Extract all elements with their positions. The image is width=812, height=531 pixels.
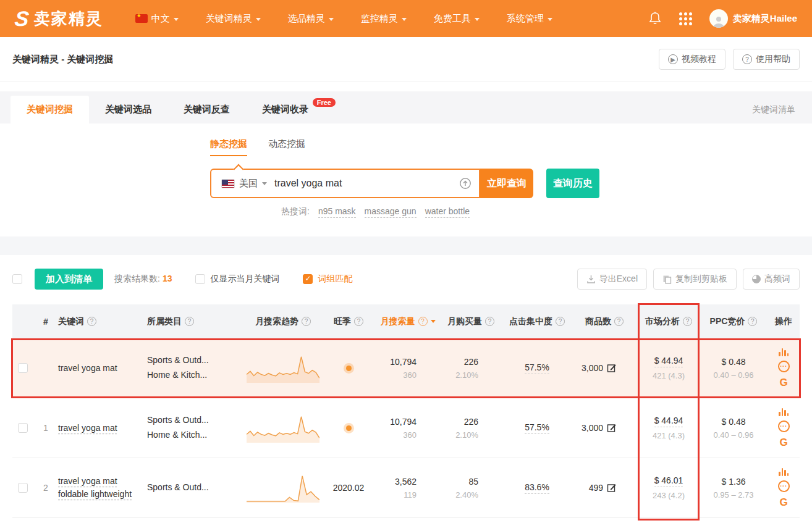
menu-product-sprite[interactable]: 选品精灵 [288,13,334,25]
more-actions-icon[interactable]: ... [778,480,790,492]
keyword-link[interactable]: travel yoga mat [58,422,147,435]
download-icon [586,275,596,284]
subtab-static-mining[interactable]: 静态挖掘 [210,138,247,156]
result-count: 搜索结果数:13 [114,274,172,285]
add-to-list-button[interactable]: 加入到清单 [35,269,103,290]
menu-monitor-sprite[interactable]: 监控精灵 [361,13,407,25]
china-flag-icon [135,14,148,23]
help-icon[interactable]: ? [485,317,494,326]
trend-sparkline[interactable] [246,472,320,504]
search-history-button[interactable]: 查询历史 [546,169,599,198]
chevron-down-icon [548,18,552,21]
export-excel-button[interactable]: 导出Excel [577,269,647,290]
language-switch[interactable]: 中文 [135,13,179,25]
current-month-filter[interactable]: 仅显示当月关键词 [195,274,279,285]
help-icon[interactable]: ? [683,317,692,326]
more-actions-icon[interactable]: ... [778,361,790,372]
category-link[interactable]: Sports & Outd... [147,413,246,428]
trend-sparkline[interactable] [246,352,320,384]
breadcrumb: 关键词精灵 - 关键词挖掘 [12,54,113,65]
tab-strip: 关键词挖掘 关键词选品 关键词反查 关键词收录 Free 关键词清单 [0,91,812,123]
tab-keyword-mining[interactable]: 关键词挖掘 [11,96,89,123]
brand-name: 卖家精灵 [34,8,103,30]
search-panel: 静态挖掘 动态挖掘 美国 立即查询 查询历史 热搜词: n95 mask mas… [0,123,812,236]
market-price-link[interactable]: $ 46.01 [654,475,683,487]
peak-season-month: 2020.02 [333,483,365,493]
click-concentration-link[interactable]: 83.6% [525,482,549,494]
user-menu[interactable]: 卖家精灵Hailee [709,9,797,28]
keyword-search-input[interactable] [274,178,452,189]
search-box: 美国 [210,169,480,198]
keyword-list-link[interactable]: 关键词清单 [746,96,801,123]
row-checkbox[interactable] [18,483,28,493]
category-link[interactable]: Sports & Outd... [147,480,246,495]
hot-word-link[interactable]: water bottle [425,206,470,218]
col-ppc: PPC竞价? [700,316,768,327]
col-index: # [33,317,58,327]
copy-clipboard-button[interactable]: 复制到剪贴板 [653,269,737,290]
notification-bell-icon[interactable] [648,11,662,26]
tab-keyword-index[interactable]: 关键词收录 Free [246,96,324,123]
more-actions-icon[interactable]: ... [778,420,790,432]
help-icon[interactable]: ? [748,317,757,326]
chevron-down-icon [256,18,261,21]
question-icon: ? [742,54,752,64]
help-icon[interactable]: ? [614,317,624,326]
phrase-match-filter[interactable]: 词组匹配 [303,274,352,285]
chevron-down-icon [329,18,334,21]
google-trends-icon[interactable]: G [779,377,787,389]
high-frequency-words-button[interactable]: 高频词 [743,269,800,290]
chevron-down-icon [402,18,407,21]
free-badge: Free [313,98,336,107]
help-icon[interactable]: ? [354,317,363,326]
bar-chart-icon[interactable] [779,467,789,476]
google-trends-icon[interactable]: G [779,496,787,509]
col-click: 点击集中度? [503,316,571,327]
market-price-link[interactable]: $ 44.94 [654,356,683,367]
select-all-checkbox[interactable] [12,274,22,284]
category-link[interactable]: Home & Kitch... [147,428,246,443]
bar-chart-icon[interactable] [779,348,789,356]
help-button[interactable]: ? 使用帮助 [733,49,800,70]
edit-icon[interactable] [607,483,617,493]
result-count-value: 13 [163,274,172,283]
help-icon[interactable]: ? [185,317,194,326]
marketplace-select[interactable]: 美国 [211,178,274,190]
google-trends-icon[interactable]: G [779,437,787,449]
keyword-link[interactable]: travel yoga mat [58,362,147,375]
brand[interactable]: S 卖家精灵 [15,8,103,30]
upload-icon[interactable] [459,177,472,190]
bar-chart-icon[interactable] [779,408,789,416]
help-icon[interactable]: ? [302,317,311,326]
edit-icon[interactable] [607,363,617,373]
hot-word-link[interactable]: massage gun [365,206,417,218]
current-month-checkbox[interactable] [195,274,205,284]
menu-keyword-sprite[interactable]: 关键词精灵 [206,13,261,25]
apps-grid-icon[interactable] [679,12,692,25]
trend-sparkline[interactable] [246,412,320,444]
market-price-link[interactable]: $ 44.94 [654,416,683,427]
hot-word-link[interactable]: n95 mask [318,206,356,218]
click-concentration-link[interactable]: 57.5% [525,422,549,434]
help-icon[interactable]: ? [87,317,96,326]
phrase-match-checkbox[interactable] [303,274,313,284]
edit-icon[interactable] [607,423,617,433]
search-now-button[interactable]: 立即查询 [480,169,533,198]
sort-desc-icon [431,320,436,323]
chevron-down-icon [262,182,267,185]
tab-keyword-reverse[interactable]: 关键词反查 [167,96,246,123]
category-link[interactable]: Home & Kitch... [147,368,246,383]
col-volume-sort[interactable]: 月搜索量? [377,316,439,327]
menu-free-tools[interactable]: 免费工具 [434,13,480,25]
row-checkbox[interactable] [18,363,28,373]
row-checkbox[interactable] [18,423,28,433]
category-link[interactable]: Sports & Outd... [147,353,246,368]
keyword-link[interactable]: travel yoga mat foldable lightweight [58,475,147,501]
video-tutorial-button[interactable]: ▶ 视频教程 [659,49,725,70]
click-concentration-link[interactable]: 57.5% [525,362,549,374]
tab-keyword-selection[interactable]: 关键词选品 [89,96,167,123]
menu-system-admin[interactable]: 系统管理 [507,13,552,25]
help-icon[interactable]: ? [556,317,565,326]
help-icon[interactable]: ? [418,317,428,326]
subtab-dynamic-mining[interactable]: 动态挖掘 [268,138,305,156]
